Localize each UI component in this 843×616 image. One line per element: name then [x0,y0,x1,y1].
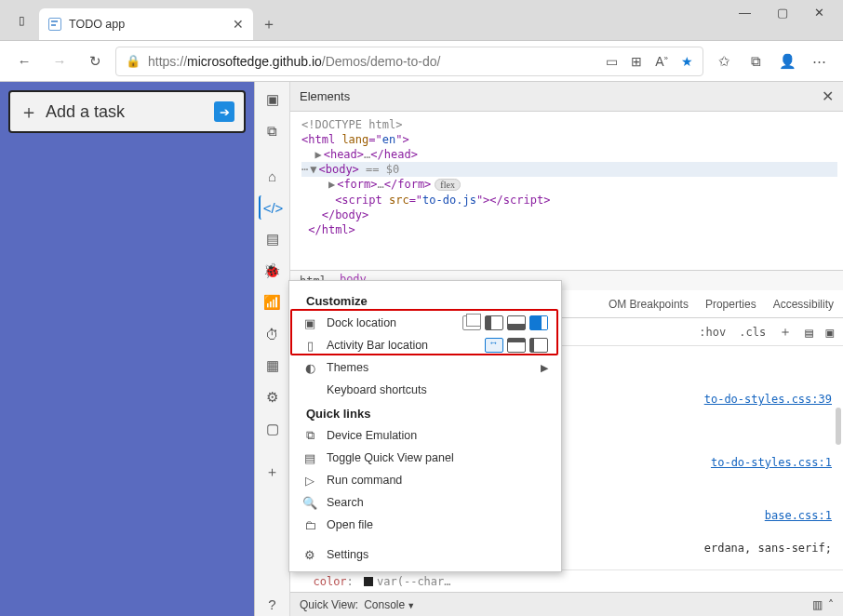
search-icon: 🔍 [302,496,317,510]
window-controls: — ▢ ✕ [739,0,836,20]
nav-back-button[interactable]: ← [9,47,39,76]
more-tools-button[interactable]: ＋ [259,460,287,484]
css-source-link[interactable]: to-do-styles.css:39 [704,393,832,406]
window-minimize-button[interactable]: — [739,6,751,20]
activitybar-adaptive-button[interactable] [485,338,503,353]
window-maximize-button[interactable]: ▢ [777,6,788,20]
dock-right-button[interactable] [529,315,548,330]
dom-tree[interactable]: <!DOCTYPE html> <html lang="en"> ▶<head>… [290,112,843,270]
qr-code-icon[interactable]: ⊞ [631,54,642,69]
browser-toolbar: ← → ↻ 🔒 https://microsoftedge.github.io/… [0,41,843,82]
computed-styles-icon[interactable]: ▤ [805,325,812,340]
page-favicon-icon [48,18,61,31]
dock-undock-button[interactable] [462,315,481,330]
menu-keyboard-shortcuts[interactable]: Keyboard shortcuts [289,379,561,401]
devtools-close-button[interactable]: ✕ [822,87,834,105]
cls-toggle[interactable]: .cls [739,326,766,339]
activity-bar: ▣ ⧉ ⌂ </> ▤ 🐞 📶 ⏱ ▦ ⚙ ▢ ＋ ? [255,82,290,616]
device-toolbar-icon[interactable]: ⧉ [259,119,287,143]
help-button[interactable]: ? [259,592,287,616]
quick-view-dock-icon[interactable]: ▥ [812,598,823,611]
tab-accessibility[interactable]: Accessibility [773,298,834,311]
network-tab-icon[interactable]: 📶 [259,290,287,315]
menu-settings[interactable]: ⚙ Settings [289,543,561,566]
open-file-icon: 🗀 [302,518,317,532]
css-rule-fragment-row: color: var(--char… [290,569,843,592]
css-source-link[interactable]: to-do-styles.css:1 [711,456,832,469]
inspect-element-icon[interactable]: ▣ [259,87,287,112]
tab-properties[interactable]: Properties [705,298,756,311]
screen-cast-icon[interactable]: ▭ [606,54,618,69]
security-tab-icon[interactable]: ▢ [259,417,287,441]
menu-themes[interactable]: ◐ Themes ▶ [289,356,561,379]
nav-refresh-button[interactable]: ↻ [80,47,110,76]
site-info-lock-icon[interactable]: 🔒 [126,54,140,68]
activity-bar-icon: ▯ [302,339,317,353]
hov-toggle[interactable]: :hov [699,326,726,339]
add-task-card[interactable]: ＋ Add a task ➔ [8,90,246,133]
menu-search[interactable]: 🔍 Search [289,491,561,514]
quick-view-selector[interactable]: Console▼ [364,598,415,611]
run-command-icon: ▷ [302,474,317,488]
sources-tab-icon[interactable]: 🐞 [259,259,287,283]
scrollbar-thumb[interactable] [836,408,841,445]
themes-icon: ◐ [302,361,317,375]
menu-open-file[interactable]: 🗀 Open file [289,514,561,536]
css-source-link[interactable]: base.css:1 [765,509,832,522]
quick-view-collapse-icon[interactable]: ˄ [828,598,834,611]
toggle-common-rendering-icon[interactable]: ▣ [826,325,834,340]
url-text: https://microsoftedge.github.io/Demos/de… [148,54,440,69]
address-bar[interactable]: 🔒 https://microsoftedge.github.io/Demos/… [115,47,703,76]
device-emulation-icon: ⧉ [302,428,317,443]
welcome-tab-icon[interactable]: ⌂ [259,164,287,188]
submit-arrow-button[interactable]: ➔ [214,101,234,122]
window-titlebar: ▯ TODO app ✕ ＋ — ▢ ✕ [0,0,843,41]
webpage-content: ＋ Add a task ➔ [0,82,254,616]
tab-title: TODO app [69,18,125,31]
popup-heading-quicklinks: Quick links [289,401,561,424]
quick-view-bar: Quick View: Console▼ ▥ ˄ [290,592,843,616]
tab-dom-breakpoints[interactable]: OM Breakpoints [609,298,689,311]
menu-activity-bar-location: ▯ Activity Bar location [289,334,561,356]
app-menu-button[interactable]: ⋯ [804,47,834,76]
console-tab-icon[interactable]: ▤ [259,227,287,251]
window-close-button[interactable]: ✕ [814,6,824,20]
favorite-star-icon[interactable]: ★ [681,54,693,69]
menu-run-command[interactable]: ▷ Run command [289,469,561,491]
gear-icon: ⚙ [302,548,317,562]
panel-title: Elements [300,89,350,103]
favorites-button[interactable]: ✩ [709,47,739,76]
new-tab-button[interactable]: ＋ [253,8,285,40]
tab-close-button[interactable]: ✕ [233,17,244,32]
collections-button[interactable]: ⧉ [741,47,770,76]
application-tab-icon[interactable]: ⚙ [259,385,287,409]
plus-icon: ＋ [20,100,38,125]
devtools-header: Elements ✕ [290,82,843,112]
popup-heading-customize: Customize [289,288,561,312]
dock-icon: ▣ [302,316,317,330]
browser-tab[interactable]: TODO app ✕ [39,8,253,40]
customize-devtools-popup: Customize ▣ Dock location ▯ Activity Bar… [288,280,562,572]
tab-actions-button[interactable]: ▯ [6,5,37,36]
panel-icon: ▤ [302,451,317,465]
activitybar-left-button[interactable] [529,338,548,353]
activitybar-top-button[interactable] [507,338,526,353]
menu-toggle-quick-view[interactable]: ▤ Toggle Quick View panel [289,447,561,469]
add-task-label: Add a task [46,102,125,122]
new-style-rule-button[interactable]: ＋ [779,324,792,341]
css-rule-fragment: erdana, sans-serif; [704,542,832,555]
elements-tab-icon[interactable]: </> [259,195,287,220]
quick-view-label: Quick View: [300,598,358,611]
dock-left-button[interactable] [485,315,503,330]
menu-dock-location: ▣ Dock location [289,312,561,334]
read-aloud-icon[interactable]: A» [655,54,668,69]
profile-avatar-icon[interactable]: 👤 [772,47,802,76]
nav-forward-button[interactable]: → [45,47,74,76]
color-swatch-icon [364,577,373,586]
performance-tab-icon[interactable]: ⏱ [259,322,287,346]
dock-bottom-button[interactable] [507,315,526,330]
memory-tab-icon[interactable]: ▦ [259,354,287,378]
chevron-right-icon: ▶ [541,362,548,374]
menu-device-emulation[interactable]: ⧉ Device Emulation [289,424,561,447]
